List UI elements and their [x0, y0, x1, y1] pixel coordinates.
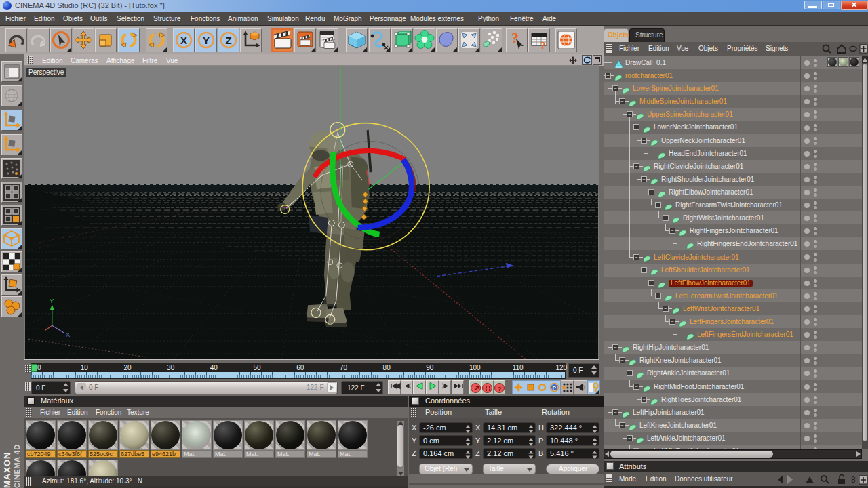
svg-text:?: ?: [540, 40, 546, 51]
svg-text:Z: Z: [225, 35, 231, 46]
svg-text:Y: Y: [203, 35, 210, 46]
svg-text:X: X: [66, 331, 71, 338]
svg-text:8: 8: [851, 475, 856, 485]
svg-text:P: P: [552, 385, 556, 391]
svg-text:Y: Y: [50, 297, 54, 304]
svg-text:X: X: [180, 35, 187, 46]
svg-text:?: ?: [498, 386, 502, 392]
